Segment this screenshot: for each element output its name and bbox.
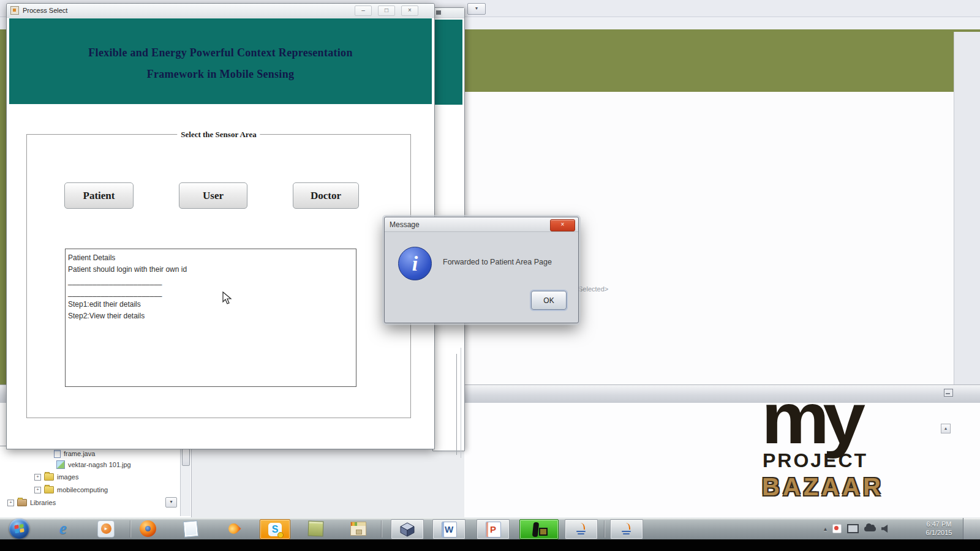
logo-watermark: my PROJECT BAZAAR	[761, 389, 918, 512]
info-icon: i	[398, 247, 432, 280]
taskbar-firefox[interactable]	[136, 519, 159, 538]
dialog-close-button[interactable]: ×	[550, 219, 575, 231]
java-icon	[575, 523, 587, 536]
banner-title-line2: Framework in Mobile Sensing	[9, 59, 432, 81]
doctor-button[interactable]: Doctor	[293, 182, 359, 209]
folder-icon	[44, 473, 54, 481]
taskbar-java-app-1[interactable]	[565, 519, 598, 539]
taskbar-document-viewer[interactable]	[179, 519, 202, 538]
taskbar-powerpoint[interactable]: P	[477, 519, 510, 539]
scrollbar-thumb[interactable]	[182, 449, 190, 466]
tree-vertical-scrollbar[interactable]	[180, 447, 190, 516]
tray-display-icon[interactable]	[847, 524, 859, 533]
libraries-folder-icon	[17, 499, 27, 506]
expand-icon[interactable]: +	[34, 487, 41, 493]
clock-date: 6/1/2015	[918, 528, 960, 537]
window-controls: – □ ×	[355, 6, 431, 16]
skype-icon: S	[268, 523, 282, 536]
background-frame-banner	[435, 20, 462, 105]
firefox-icon	[140, 520, 156, 537]
notes-line: Step1:edit their details	[68, 299, 356, 310]
dialog-message: Forwarded to Patient Area Page	[443, 258, 552, 266]
system-tray: ▴	[824, 519, 890, 538]
taskbar-notes-app[interactable]	[304, 519, 327, 538]
start-button[interactable]	[7, 519, 31, 538]
tray-expand-icon[interactable]: ▴	[824, 525, 827, 532]
taskbar-flame-app[interactable]	[222, 519, 245, 538]
tree-item-mobilecomputing[interactable]: + mobilecomputing	[34, 485, 108, 495]
tree-item-label: Libraries	[30, 499, 56, 506]
background-frame-icon	[436, 10, 441, 15]
mouse-cursor	[222, 291, 232, 305]
notes-line: _______________________	[68, 276, 356, 287]
process-select-titlebar[interactable]: Process Select – □ ×	[7, 4, 434, 18]
taskbar-word[interactable]: W	[432, 519, 466, 539]
netbeans-cube-icon	[399, 522, 415, 538]
show-desktop-button[interactable]	[963, 518, 980, 540]
taskbar-skype[interactable]: S	[260, 519, 290, 539]
taskbar: e ▸ S	[0, 517, 980, 540]
background-frame-groupbox-edge	[456, 354, 457, 455]
output-scroll-up-button[interactable]: ▴	[941, 424, 951, 433]
tree-item-label: frame.java	[64, 450, 95, 457]
background-frame-titlebar	[433, 8, 464, 18]
expand-icon[interactable]: +	[34, 474, 41, 481]
tree-item-images[interactable]: + images	[34, 472, 78, 482]
clock[interactable]: 6:47 PM 6/1/2015	[918, 520, 960, 537]
window-icon	[10, 6, 19, 15]
patient-notes-textarea[interactable]: Patient Details Patient should login wit…	[65, 249, 356, 387]
windows-start-icon	[9, 519, 29, 539]
process-select-window: Process Select – □ × Flexible and Energy…	[6, 3, 435, 449]
taskbar-java-app-2[interactable]	[610, 519, 643, 539]
tree-scroll-down-button[interactable]: ▾	[165, 497, 177, 508]
design-selected-label: Selected>	[578, 285, 608, 293]
notes-line: Step2:View their details	[68, 310, 356, 322]
close-button[interactable]: ×	[401, 6, 418, 16]
tree-item-libraries[interactable]: + Libraries	[7, 498, 56, 508]
notes-line: Patient Details	[68, 252, 356, 264]
patient-button[interactable]: Patient	[64, 182, 134, 209]
groupbox-title: Select the Sensor Area	[177, 130, 260, 140]
letterbox-bar	[0, 539, 980, 551]
taskbar-explorer-app[interactable]	[347, 519, 370, 538]
expand-icon[interactable]: +	[7, 500, 14, 506]
clock-time: 6:47 PM	[918, 520, 960, 528]
taskbar-separator	[381, 520, 382, 538]
ide-bottom-filler	[191, 446, 464, 517]
minimize-button[interactable]: –	[355, 6, 372, 16]
taskbar-separator	[604, 520, 605, 538]
taskbar-media-player[interactable]: ▸	[94, 519, 118, 538]
logo-bazaar-text: BAZAAR	[762, 473, 918, 501]
recorder-icon	[530, 522, 548, 537]
user-button[interactable]: User	[179, 182, 247, 209]
background-frame-inner-edge	[461, 348, 461, 458]
flame-icon	[226, 521, 241, 536]
maximize-button[interactable]: □	[378, 6, 395, 16]
file-icon	[54, 450, 61, 458]
editor-combo-dropdown[interactable]: ▾	[467, 3, 486, 15]
tray-notification-icon[interactable]	[832, 524, 842, 533]
taskbar-netbeans[interactable]	[391, 519, 424, 539]
internet-explorer-icon: e	[59, 519, 67, 538]
banner-title-line1: Flexible and Energy Powerful Context Rep…	[9, 18, 432, 59]
window-title: Process Select	[23, 7, 67, 14]
tree-item-frame-java[interactable]: frame.java	[54, 449, 95, 459]
app-window-icon	[350, 522, 366, 536]
dialog-titlebar[interactable]: Message	[385, 217, 578, 232]
ok-button[interactable]: OK	[531, 291, 567, 310]
word-icon: W	[442, 522, 457, 538]
panel-minimize-icon[interactable]	[944, 389, 953, 397]
tray-network-icon[interactable]	[864, 527, 876, 531]
logo-my-text: my	[761, 389, 927, 447]
taskbar-screen-recorder[interactable]	[519, 519, 559, 539]
tree-item-label: images	[57, 473, 78, 481]
tree-item-label: mobilecomputing	[57, 486, 108, 493]
image-file-icon	[56, 460, 65, 469]
tree-item-vektar-jpg[interactable]: vektar-nagsh 101.jpg	[56, 460, 131, 470]
tray-volume-icon[interactable]	[881, 525, 890, 533]
taskbar-internet-explorer[interactable]: e	[51, 519, 75, 538]
message-dialog: Message × i Forwarded to Patient Area Pa…	[384, 217, 579, 323]
document-icon	[183, 520, 198, 538]
notepad-icon	[307, 521, 323, 537]
notes-line: Patient should login with their own id	[68, 264, 356, 276]
